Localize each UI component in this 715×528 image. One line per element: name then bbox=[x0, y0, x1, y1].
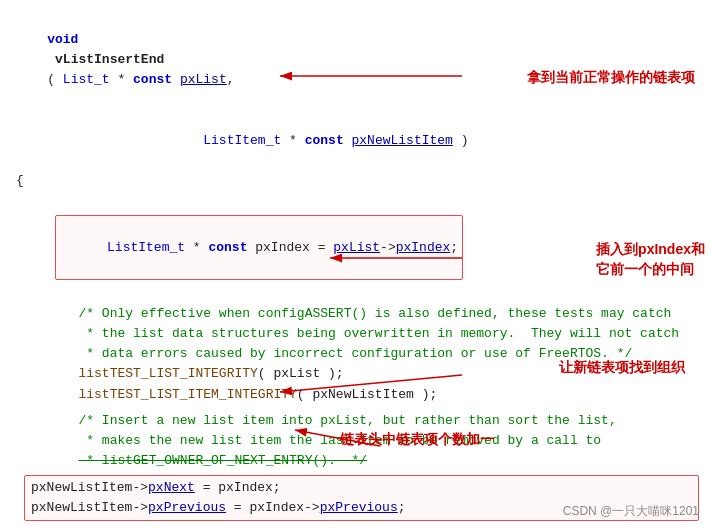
annotation-3: 让新链表项找到组织 bbox=[559, 358, 685, 378]
footer: CSDN @一只大喵咪1201 bbox=[563, 503, 699, 520]
comment1-2: * the list data structures being overwri… bbox=[16, 324, 699, 344]
brace-open: { bbox=[16, 171, 699, 191]
signature-line1: void vListInsertEnd ( List_t * const pxL… bbox=[16, 10, 699, 111]
highlight2-1: pxNewListItem->pxNext = pxIndex; bbox=[31, 478, 692, 498]
params1: ( List_t * const pxList, bbox=[47, 72, 234, 87]
signature-line2: ListItem_t * const pxNewListItem ) bbox=[16, 111, 699, 171]
keyword-void: void bbox=[47, 32, 78, 47]
annotation-1: 拿到当前正常操作的链表项 bbox=[527, 68, 695, 88]
comment2-1: /* Insert a new list item into pxList, b… bbox=[16, 411, 699, 431]
comment1-1: /* Only effective when configASSERT() is… bbox=[16, 304, 699, 324]
annotation-2: 插入到pxIndex和 它前一个的中间 bbox=[596, 240, 705, 279]
func-name: vListInsertEnd bbox=[47, 52, 164, 67]
macro2: listTEST_LIST_ITEM_INTEGRITY( pxNewListI… bbox=[16, 385, 699, 405]
params2: ListItem_t * const pxNewListItem ) bbox=[47, 133, 468, 148]
comment2-3: * listGET_OWNER_OF_NEXT_ENTRY(). */ bbox=[16, 451, 699, 471]
highlight-box-1: ListItem_t * const pxIndex = pxList->pxI… bbox=[55, 215, 463, 279]
annotation-4: 链表头中链表项个数加一 bbox=[340, 430, 494, 450]
